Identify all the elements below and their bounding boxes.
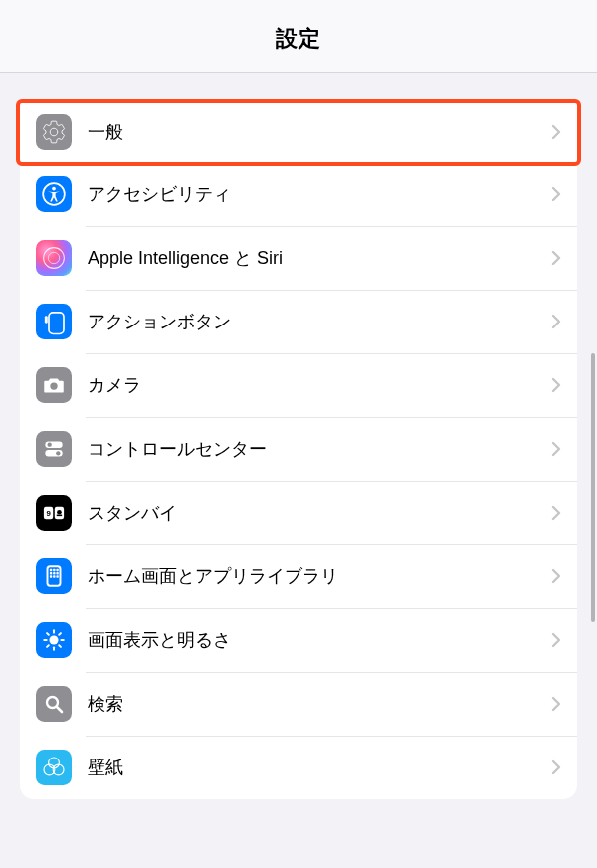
row-home-screen[interactable]: ホーム画面とアプリライブラリ: [20, 544, 577, 608]
row-control-center[interactable]: コントロールセンター: [20, 417, 577, 481]
svg-point-1: [52, 187, 56, 191]
row-label: 画面表示と明るさ: [88, 628, 543, 652]
svg-text:9: 9: [46, 509, 51, 518]
svg-point-8: [48, 443, 52, 447]
row-action-button[interactable]: アクションボタン: [20, 290, 577, 353]
svg-rect-20: [50, 572, 52, 574]
svg-rect-24: [53, 575, 55, 577]
settings-list: 一般 アクセシビリティ: [20, 99, 577, 799]
row-general[interactable]: 一般: [16, 99, 581, 166]
header: 設定: [0, 0, 597, 73]
svg-rect-4: [49, 313, 64, 334]
svg-point-26: [49, 635, 58, 644]
row-label: コントロールセンター: [88, 437, 543, 461]
chevron-right-icon: [551, 505, 561, 521]
chevron-right-icon: [551, 250, 561, 266]
svg-rect-15: [57, 515, 62, 517]
chevron-right-icon: [551, 632, 561, 648]
control-center-icon: [36, 431, 72, 467]
settings-container: 一般 アクセシビリティ: [0, 73, 597, 799]
apple-intelligence-icon: [36, 240, 72, 276]
row-search[interactable]: 検索: [20, 672, 577, 736]
page-title: 設定: [0, 24, 597, 54]
row-label: アクセシビリティ: [88, 182, 543, 206]
chevron-right-icon: [551, 377, 561, 393]
svg-rect-23: [50, 575, 52, 577]
row-label: カメラ: [88, 373, 543, 397]
row-label: アクションボタン: [88, 310, 543, 333]
chevron-right-icon: [551, 186, 561, 202]
action-button-icon: [36, 304, 72, 339]
svg-point-14: [57, 510, 62, 515]
chevron-right-icon: [551, 760, 561, 775]
row-accessibility[interactable]: アクセシビリティ: [20, 162, 577, 226]
row-label: Apple Intelligence と Siri: [88, 246, 543, 270]
svg-rect-5: [45, 316, 48, 324]
svg-point-3: [48, 252, 59, 263]
chevron-right-icon: [551, 441, 561, 457]
row-camera[interactable]: カメラ: [20, 353, 577, 417]
chevron-right-icon: [551, 124, 561, 140]
svg-rect-18: [53, 569, 55, 571]
svg-rect-25: [56, 575, 58, 577]
svg-rect-22: [56, 572, 58, 574]
display-brightness-icon: [36, 622, 72, 658]
row-label: 一般: [88, 120, 543, 144]
chevron-right-icon: [551, 568, 561, 584]
row-apple-intelligence[interactable]: Apple Intelligence と Siri: [20, 226, 577, 290]
row-label: 壁紙: [88, 756, 543, 779]
chevron-right-icon: [551, 314, 561, 329]
svg-rect-21: [53, 572, 55, 574]
svg-line-32: [59, 645, 61, 647]
chevron-right-icon: [551, 696, 561, 712]
row-standby[interactable]: 9 スタンバイ: [20, 481, 577, 544]
row-wallpaper[interactable]: 壁紙: [20, 736, 577, 799]
search-icon: [36, 686, 72, 722]
svg-line-36: [57, 707, 62, 712]
camera-icon: [36, 367, 72, 403]
svg-point-2: [44, 248, 65, 269]
svg-rect-19: [56, 569, 58, 571]
svg-point-10: [56, 451, 60, 455]
row-label: 検索: [88, 692, 543, 716]
row-display-brightness[interactable]: 画面表示と明るさ: [20, 608, 577, 672]
general-icon: [36, 114, 72, 150]
svg-line-33: [47, 645, 49, 647]
svg-point-6: [50, 382, 57, 389]
scroll-indicator[interactable]: [591, 353, 595, 622]
svg-rect-17: [50, 569, 52, 571]
accessibility-icon: [36, 176, 72, 212]
svg-line-34: [59, 633, 61, 635]
standby-icon: 9: [36, 495, 72, 531]
svg-line-31: [47, 633, 49, 635]
wallpaper-icon: [36, 750, 72, 785]
home-screen-icon: [36, 558, 72, 594]
row-label: ホーム画面とアプリライブラリ: [88, 564, 543, 588]
row-label: スタンバイ: [88, 501, 543, 525]
